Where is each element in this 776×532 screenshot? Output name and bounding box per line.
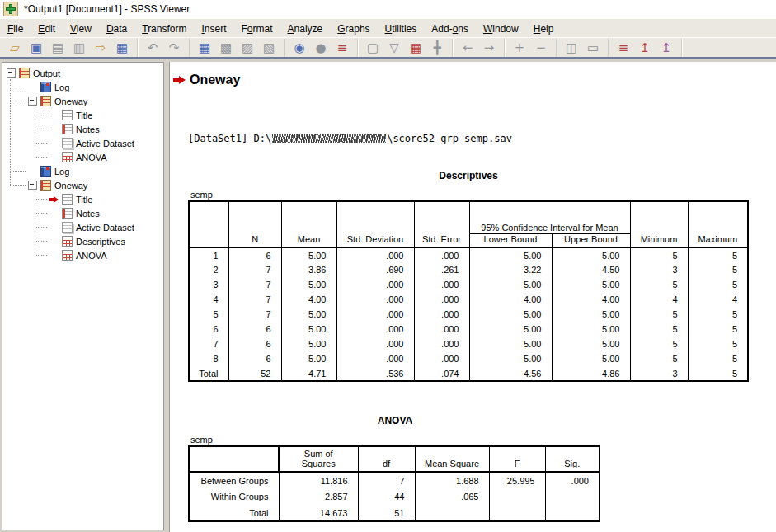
table-cell: Total [189, 366, 228, 381]
tree-item-log-1[interactable]: Log [2, 80, 163, 94]
value-labels-button[interactable]: ● [311, 39, 331, 57]
table-cell: 5.00 [281, 322, 336, 337]
goto-data-button[interactable]: ▦ [195, 39, 214, 57]
variable-info-button[interactable]: ▧ [259, 39, 279, 57]
designate-window-button[interactable]: ▢ [363, 39, 383, 57]
insert-heading-button[interactable]: ≡ [614, 39, 633, 57]
menu-addons[interactable]: Add-ons [424, 21, 476, 37]
menu-data[interactable]: Data [99, 21, 134, 37]
menu-window[interactable]: Window [476, 21, 526, 37]
style-button[interactable]: ▽ [384, 39, 404, 57]
anova-variable-label: semp [188, 435, 602, 445]
tree-item-notes-2[interactable]: Notes [2, 206, 163, 220]
col-header-minimum: Minimum [630, 201, 688, 247]
menu-format[interactable]: Format [234, 21, 280, 37]
save-button[interactable]: ▣ [26, 39, 46, 57]
table-cell: 4.00 [469, 292, 552, 307]
tree-expander-icon[interactable] [7, 68, 16, 78]
print-preview-button[interactable]: ▥ [69, 39, 89, 57]
tree-item-anova-2[interactable]: ANOVA [2, 248, 163, 262]
export-button[interactable]: ⇨ [91, 39, 111, 57]
table-cell: 5.00 [281, 247, 336, 262]
menu-utilities[interactable]: Utilities [378, 21, 425, 37]
table-cell: 5.00 [469, 307, 552, 322]
menu-transform[interactable]: Transform [134, 21, 194, 37]
goto-data-icon: ▦ [199, 42, 210, 54]
tree-item-active-dataset-2[interactable]: Active Dataset [2, 220, 163, 234]
table-cell: 3 [630, 262, 688, 277]
redo-button[interactable]: ↷ [164, 39, 184, 57]
table-cell: 1.688 [415, 472, 489, 488]
insert-text-button[interactable]: ↥ [656, 39, 676, 57]
table-row: 665.00.000.0005.005.0055 [189, 322, 748, 337]
goto-output-button[interactable]: ▦ [406, 39, 426, 57]
tree-item-notes-1[interactable]: Notes [2, 122, 163, 136]
tree-item-title-2[interactable]: Title [2, 192, 163, 206]
undo-button[interactable]: ↶ [143, 39, 162, 57]
tree-item-active-dataset-1[interactable]: Active Dataset [2, 136, 163, 150]
tree-item-descriptives[interactable]: Descriptives [2, 234, 163, 248]
use-sets-icon: ◉ [294, 42, 304, 54]
table-cell: 6 [228, 247, 281, 262]
tree-item-oneway-2[interactable]: Oneway [2, 178, 163, 192]
select-last-output-button[interactable]: ≡ [332, 39, 352, 57]
oneway-heading: Oneway [190, 73, 240, 87]
title-icon [62, 110, 73, 120]
tree-item-label: Output [33, 68, 60, 78]
col-header-maximum: Maximum [688, 201, 748, 247]
tree-item-title-1[interactable]: Title [2, 108, 163, 122]
menu-analyze[interactable]: Analyze [280, 21, 331, 37]
menu-graphs[interactable]: Graphs [330, 21, 377, 37]
print-button[interactable]: ▤ [48, 39, 68, 57]
insert-title-button[interactable]: ↥ [635, 39, 655, 57]
menu-insert[interactable]: Insert [194, 21, 233, 37]
tree-item-anova-1[interactable]: ANOVA [2, 150, 163, 164]
export-icon: ⇨ [96, 42, 106, 54]
open-button[interactable]: ▱ [5, 39, 25, 57]
hide-button[interactable]: ▭ [583, 39, 603, 57]
goto-case-button[interactable]: ▩ [216, 39, 236, 57]
collapse-button[interactable]: − [531, 39, 551, 57]
menu-view[interactable]: View [63, 21, 99, 37]
corner-cell [189, 201, 228, 247]
tree-item-label: Notes [76, 209, 100, 219]
table-cell: 5 [688, 322, 748, 337]
variable-info-icon: ▧ [263, 42, 275, 54]
table-cell: 5.00 [552, 277, 630, 292]
menu-edit[interactable]: Edit [31, 21, 63, 37]
descriptives-table[interactable]: N Mean Std. Deviation Std. Error 95% Con… [188, 200, 749, 382]
table-cell: 4.00 [552, 292, 630, 307]
menu-file[interactable]: File [0, 21, 31, 37]
anova-table[interactable]: Sum of Squares df Mean Square F Sig. Bet… [188, 445, 600, 522]
variables-button[interactable]: ▨ [238, 39, 257, 57]
active-dataset-icon [62, 222, 73, 233]
table-cell: 3 [189, 277, 228, 292]
table-cell: 5 [630, 351, 688, 366]
insert-break-button[interactable]: ╋ [427, 39, 447, 57]
menu-help[interactable]: Help [526, 21, 562, 37]
show-button[interactable]: ◫ [562, 39, 581, 57]
descriptives-title: Descriptives [188, 170, 749, 181]
table-cell: .536 [336, 366, 414, 381]
tree-expander-icon[interactable] [28, 181, 37, 190]
use-sets-button[interactable]: ◉ [289, 39, 309, 57]
tree-expander-icon[interactable] [28, 97, 37, 106]
menu-bar: FileEditViewDataTransformInsertFormatAna… [0, 18, 776, 39]
promote-button[interactable]: ← [458, 39, 477, 57]
tree-item-oneway-1[interactable]: Oneway [2, 94, 163, 108]
oneway-book-icon [40, 180, 51, 191]
table-cell [489, 505, 545, 521]
tree-item-label: Oneway [54, 97, 87, 106]
recall-dialogs-button[interactable]: ▦ [112, 39, 132, 57]
hide-icon: ▭ [587, 42, 599, 54]
demote-button[interactable]: → [479, 39, 499, 57]
col-header-confidence-interval: 95% Confidence Interval for Mean [469, 201, 630, 233]
tree-item-log-2[interactable]: Log [2, 164, 163, 178]
col-header-sig: Sig. [545, 446, 600, 472]
expand-button[interactable]: + [510, 39, 529, 57]
tree-item-output[interactable]: Output [2, 66, 163, 80]
anova-title: ANOVA [188, 415, 602, 426]
toolbar-group: ≡↥↥ [609, 39, 682, 57]
col-header-mean-square: Mean Square [415, 446, 489, 472]
table-row: 765.00.000.0005.005.0055 [189, 337, 748, 351]
